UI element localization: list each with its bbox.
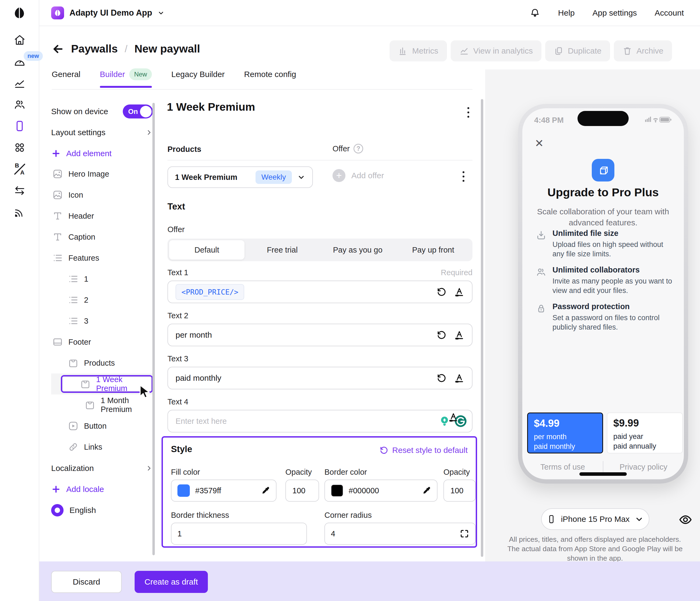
tree-scrollbar[interactable] (152, 103, 155, 555)
border-thickness-input[interactable]: 1 (171, 523, 307, 545)
duplicate-button[interactable]: Duplicate (545, 41, 610, 61)
tree-item-button[interactable]: Button (51, 416, 153, 436)
link-icon (68, 442, 79, 452)
layout-settings-row[interactable]: Layout settings (51, 122, 153, 143)
eyedropper-icon[interactable] (261, 486, 270, 495)
app-settings-link[interactable]: App settings (592, 8, 637, 18)
element-menu-kebab-icon[interactable] (466, 105, 471, 119)
border-color-input[interactable]: #000000 (324, 480, 438, 502)
add-offer-button[interactable]: + Add offer (332, 169, 384, 182)
breadcrumb-paywalls[interactable]: Paywalls (71, 43, 118, 55)
text3-input[interactable]: paid monthly (168, 367, 473, 390)
chevron-down-icon (297, 173, 305, 181)
adapty-paywall-builder: newAB Adapty UI Demo App Help App settin… (0, 0, 700, 601)
border-opacity-input[interactable]: 100 (444, 480, 476, 502)
offer-tab-pay-as-you-go[interactable]: Pay as you go (320, 240, 396, 259)
add-locale-button[interactable]: Add locale (51, 479, 153, 500)
metrics-button[interactable]: Metrics (390, 41, 447, 61)
text2-input[interactable]: per month (168, 324, 473, 346)
privacy-policy-link[interactable]: Privacy policy (603, 462, 684, 472)
tree-item-features[interactable]: Features (51, 247, 153, 269)
rail-item-arrows[interactable] (0, 180, 39, 201)
tree-item-icon[interactable]: Icon (51, 184, 153, 205)
plan-card-yearly[interactable]: $9.99 paid year paid annually (607, 412, 683, 453)
selected-element-title: 1 Week Premium (167, 101, 255, 114)
tree-item-caption[interactable]: Caption (51, 226, 153, 247)
editor-scrollbar[interactable] (481, 99, 483, 557)
device-selector[interactable]: iPhone 15 Pro Max (541, 508, 649, 530)
localization-row[interactable]: Localization (51, 458, 153, 479)
back-arrow-icon[interactable] (52, 43, 64, 55)
notifications-bell-icon[interactable] (530, 7, 540, 18)
tree-item-2[interactable]: 2 (51, 290, 153, 310)
rail-item-dashboard[interactable]: new (0, 51, 39, 72)
tab-builder[interactable]: BuilderNew (100, 68, 152, 80)
rail-item-grid[interactable] (0, 137, 39, 158)
rail-item-chart[interactable] (0, 72, 39, 94)
tree-item-hero-image[interactable]: Hero Image (51, 164, 153, 184)
text-style-icon[interactable] (448, 412, 458, 422)
preview-eye-icon[interactable] (678, 513, 693, 527)
fill-opacity-input[interactable]: 100 (285, 480, 319, 502)
show-on-device-toggle[interactable]: On (123, 104, 153, 119)
view-in-analytics-button[interactable]: View in analytics (451, 41, 542, 61)
rail-item-broadcast[interactable] (0, 201, 39, 223)
tree-item-3[interactable]: 3 (51, 310, 153, 331)
rail-item-phone[interactable] (0, 115, 39, 137)
text1-input[interactable]: <PROD_PRICE/> (168, 281, 473, 303)
app-switcher[interactable]: Adapty UI Demo App (51, 6, 165, 19)
rail-item-home[interactable] (0, 29, 39, 51)
terms-of-use-link[interactable]: Terms of use (522, 462, 603, 472)
tree-item-products[interactable]: Products (51, 352, 153, 373)
tree-item-footer[interactable]: Footer (51, 331, 153, 352)
rail-item-ab[interactable]: AB (0, 158, 39, 180)
border-color-swatch[interactable] (331, 484, 343, 497)
tree-item-1[interactable]: 1 (51, 269, 153, 290)
fill-color-input[interactable]: #3579ff (171, 480, 276, 502)
discard-button[interactable]: Discard (51, 571, 122, 593)
plan-card-monthly[interactable]: $4.99 per month paid monthly (527, 412, 603, 453)
locale-ring-icon (51, 504, 64, 517)
reset-style-button[interactable]: Reset style to default (379, 446, 468, 455)
text-icon (52, 210, 63, 221)
preview-disclaimer: All prices, titles, and offers displayed… (503, 535, 686, 563)
paywall-features: Unlimited file size Upload files on high… (536, 229, 673, 339)
tab-remote-config[interactable]: Remote config (244, 70, 296, 79)
tab-general[interactable]: General (52, 70, 80, 79)
rail-item-users[interactable] (0, 94, 39, 115)
tree-item-header[interactable]: Header (51, 205, 153, 226)
reset-icon[interactable] (436, 330, 447, 340)
text-style-icon[interactable] (454, 287, 465, 297)
text-style-icon[interactable] (454, 330, 465, 340)
corner-radius-label: Corner radius (324, 511, 372, 520)
text3-value: paid monthly (176, 373, 221, 383)
help-link[interactable]: Help (558, 8, 575, 18)
locale-row-english[interactable]: English (51, 500, 153, 521)
offer-tab-pay-up-front[interactable]: Pay up front (396, 240, 471, 259)
close-icon[interactable]: ✕ (535, 138, 544, 149)
create-as-draft-button[interactable]: Create as draft (134, 571, 208, 593)
reset-icon[interactable] (436, 287, 447, 297)
corner-radius-input[interactable]: 4 (324, 523, 476, 545)
text-style-icon[interactable] (454, 373, 465, 383)
offer-tab-default[interactable]: Default (169, 240, 245, 259)
mouse-cursor (136, 383, 153, 400)
list-icon (68, 316, 79, 326)
download-icon (536, 230, 547, 241)
add-element-button[interactable]: Add element (51, 143, 153, 164)
fill-color-swatch[interactable] (177, 484, 190, 497)
tree-item-links[interactable]: Links (51, 436, 153, 457)
help-question-icon[interactable]: ? (353, 144, 363, 153)
tab-legacy-builder[interactable]: Legacy Builder (171, 70, 225, 79)
product-row-kebab-icon[interactable] (461, 170, 466, 183)
archive-button[interactable]: Archive (614, 41, 672, 61)
account-link[interactable]: Account (655, 8, 684, 18)
prod-price-tag[interactable]: <PROD_PRICE/> (176, 284, 244, 300)
text1-label: Text 1 (168, 268, 188, 277)
reset-icon[interactable] (436, 373, 447, 383)
product-select[interactable]: 1 Week Premium Weekly (168, 167, 313, 188)
offer-tab-free-trial[interactable]: Free trial (245, 240, 320, 259)
eyedropper-icon[interactable] (422, 486, 431, 495)
text4-input[interactable]: Enter text here (168, 410, 473, 432)
corner-radius-icon[interactable] (459, 529, 469, 539)
